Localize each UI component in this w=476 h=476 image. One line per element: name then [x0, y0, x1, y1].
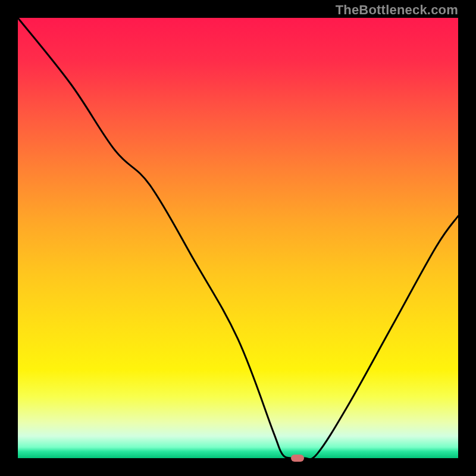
plot-area — [18, 18, 458, 458]
optimum-marker — [291, 455, 304, 462]
watermark-text: TheBottleneck.com — [336, 2, 458, 18]
curve-layer — [18, 18, 458, 458]
bottleneck-curve-path — [18, 18, 458, 459]
chart-canvas: TheBottleneck.com — [0, 0, 476, 476]
